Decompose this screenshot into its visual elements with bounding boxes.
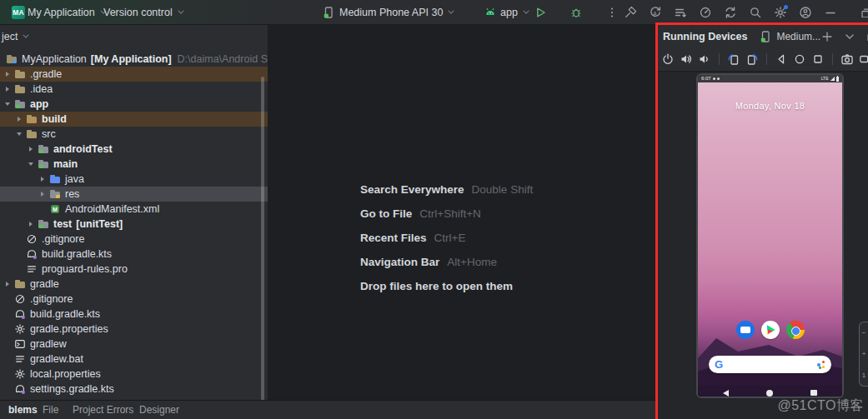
maximize-icon[interactable] [860, 7, 868, 17]
run-button[interactable] [534, 6, 547, 19]
phone-status-bar: 6:07 LTE [698, 75, 842, 82]
tree-item-res[interactable]: res [0, 187, 268, 202]
record-icon[interactable] [859, 52, 868, 66]
editor-area[interactable]: Search EverywhereDouble ShiftGo to FileC… [268, 25, 655, 400]
tree-item--gitignore[interactable]: .gitignore [0, 232, 268, 247]
bottom-tab-blems[interactable]: blems [8, 401, 38, 419]
assistant-icon[interactable] [817, 361, 825, 369]
zoom-control[interactable]: 1 [862, 372, 865, 379]
tree-item--idea[interactable]: .idea [0, 82, 268, 97]
emulator-screen[interactable]: 6:07 LTE Monday, Nov 18 G [696, 73, 844, 398]
chevron-closed-icon[interactable] [2, 82, 13, 97]
svg-text:A: A [653, 11, 657, 17]
tree-item-src[interactable]: src [0, 127, 268, 142]
power-icon[interactable] [661, 52, 675, 66]
nav-home-button[interactable] [766, 390, 773, 397]
status-time: 6:07 [701, 75, 711, 82]
tree-item-settings-gradle-kts[interactable]: settings.gradle.kts [0, 382, 268, 397]
debug-button[interactable] [569, 6, 583, 19]
project-panel-header[interactable]: ject [0, 25, 268, 48]
messages-app-icon[interactable] [736, 321, 755, 339]
chevron-closed-icon[interactable] [13, 112, 25, 127]
tree-item-androidmanifest-xml[interactable]: MAndroidManifest.xml [0, 202, 268, 217]
tree-item-gradlew[interactable]: gradlew [0, 337, 268, 352]
tree-item-build-gradle-kts[interactable]: build.gradle.kts [0, 247, 268, 262]
tree-item-build-gradle-kts[interactable]: build.gradle.kts [0, 307, 268, 322]
tree-item-main[interactable]: main [0, 157, 268, 172]
tree-item-build[interactable]: build [0, 112, 268, 127]
tree-item-label: main [53, 158, 78, 170]
tree-item-androidtest[interactable]: androidTest [0, 142, 268, 157]
sync-alt-icon[interactable]: A [649, 6, 662, 19]
back-icon[interactable] [775, 52, 788, 66]
rotate-right-icon[interactable] [745, 52, 759, 66]
network-type-label: LTE [821, 75, 829, 82]
chevron-spacer [2, 337, 13, 352]
chevron-down-icon [523, 7, 529, 13]
chevron-open-icon[interactable] [2, 97, 13, 112]
screenshot-icon[interactable] [840, 52, 854, 66]
nav-recents-button[interactable] [810, 390, 817, 397]
device-tab[interactable]: Medium... [759, 30, 820, 43]
chevron-open-icon[interactable] [13, 127, 25, 142]
search-icon[interactable] [749, 6, 762, 19]
titlebar-right-actions: A [624, 0, 837, 25]
chevron-closed-icon[interactable] [2, 277, 13, 292]
volume-up-icon[interactable] [680, 52, 693, 66]
tree-item-java[interactable]: java [0, 172, 268, 187]
tree-item--gitignore[interactable]: .gitignore [0, 292, 268, 307]
android-studio-window: MA My Application Version control Medium… [0, 0, 868, 419]
tree-item-test[interactable]: test[unitTest] [0, 217, 268, 232]
overview-icon[interactable] [811, 52, 825, 66]
google-search-bar[interactable]: G [709, 356, 831, 373]
vcs-menu[interactable]: Version control [103, 0, 183, 25]
home-icon[interactable] [793, 52, 806, 66]
profiler-icon[interactable] [699, 6, 712, 19]
chevron-closed-icon[interactable] [37, 187, 48, 202]
more-actions-kebab-icon[interactable] [605, 6, 619, 19]
tree-item-gradle-properties[interactable]: gradle.properties [0, 322, 268, 337]
add-icon[interactable] [820, 30, 834, 43]
bottom-tab-project-errors[interactable]: Project Errors [73, 401, 133, 419]
play-store-app-icon[interactable] [761, 321, 780, 339]
project-tree: MyApplication[My Application]D:\daima\An… [0, 52, 268, 397]
chrome-app-icon[interactable] [786, 321, 805, 339]
rotate-left-icon[interactable] [727, 52, 740, 66]
app-logo[interactable]: MA [12, 6, 25, 19]
project-menu[interactable]: My Application [28, 0, 106, 25]
emulator-zoom-controls[interactable]: −+1 [859, 322, 868, 387]
zoom-control[interactable]: − [862, 329, 866, 337]
folder-root-icon [5, 52, 18, 66]
tree-item--gradle[interactable]: .gradle [0, 67, 268, 82]
run-configuration[interactable]: app [484, 0, 529, 25]
watermark: @51CTO博客 [777, 397, 864, 415]
chevron-spacer [2, 307, 13, 322]
bottom-tab-file[interactable]: File [43, 401, 58, 419]
sync-icon[interactable] [724, 6, 737, 19]
tree-item-proguard-rules-pro[interactable]: proguard-rules.pro [0, 262, 268, 277]
zoom-control[interactable]: + [862, 350, 866, 357]
bottom-tab-designer[interactable]: Designer [139, 401, 179, 419]
device-selector[interactable]: Medium Phone API 30 [322, 0, 454, 25]
minimize-icon[interactable] [824, 6, 837, 19]
todo-list-icon[interactable] [674, 6, 687, 19]
tree-item-gradlew-bat[interactable]: gradlew.bat [0, 352, 268, 367]
tree-item-gradle[interactable]: gradle [0, 277, 268, 292]
vertical-scrollbar[interactable] [261, 77, 264, 400]
tree-item-myapplication[interactable]: MyApplication[My Application]D:\daima\An… [0, 52, 268, 67]
tree-item-local-properties[interactable]: local.properties [0, 367, 268, 382]
volume-down-icon[interactable] [698, 52, 711, 66]
tree-item-app[interactable]: app [0, 97, 268, 112]
chevron-down-icon[interactable] [843, 30, 856, 43]
chevron-closed-icon[interactable] [37, 172, 48, 187]
account-icon[interactable] [799, 6, 812, 19]
chevron-open-icon[interactable] [25, 157, 37, 172]
chevron-closed-icon[interactable] [25, 217, 37, 232]
chevron-closed-icon[interactable] [25, 142, 37, 157]
build-icon[interactable] [624, 6, 637, 19]
chevron-closed-icon[interactable] [2, 67, 13, 82]
tree-item-label: gradlew [30, 338, 67, 350]
phone-wallpaper[interactable]: Monday, Nov 18 G [698, 82, 842, 386]
settings-icon[interactable] [774, 6, 787, 19]
nav-back-button[interactable] [723, 390, 729, 397]
